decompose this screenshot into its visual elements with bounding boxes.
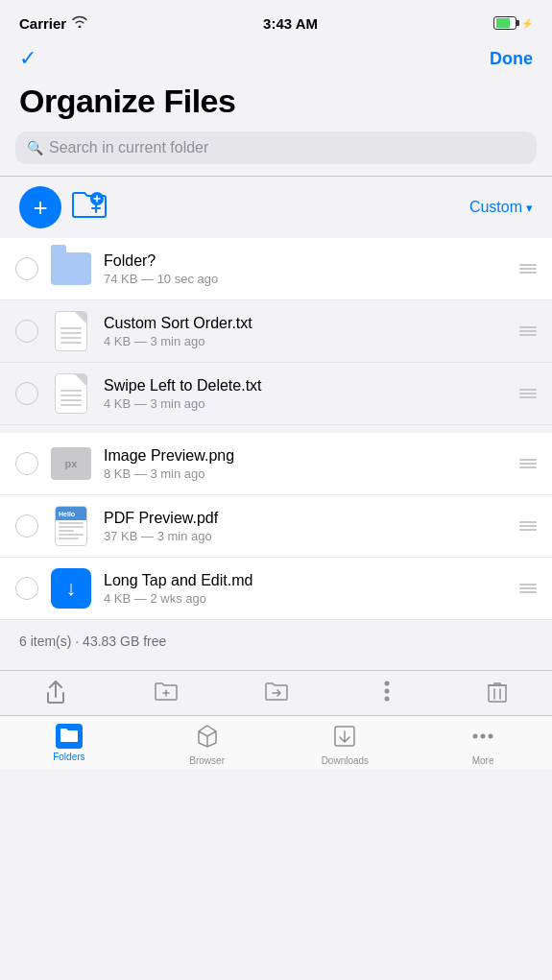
drag-handle[interactable] bbox=[519, 459, 537, 468]
document-icon bbox=[55, 311, 87, 351]
tab-folders[interactable]: Folders bbox=[0, 724, 138, 762]
done-button[interactable]: Done bbox=[490, 49, 533, 69]
file-meta-img: 8 KB — 3 min ago bbox=[104, 466, 508, 481]
file-info-folder: Folder? 74 KB — 10 sec ago bbox=[104, 252, 508, 286]
doc-icon-wrap1 bbox=[50, 310, 92, 352]
file-meta-doc1: 4 KB — 3 min ago bbox=[104, 334, 508, 348]
sort-label: Custom bbox=[469, 199, 522, 216]
file-info-pdf: PDF Preview.pdf 37 KB — 3 min ago bbox=[104, 510, 508, 543]
pdf-header-text: Hello bbox=[59, 511, 75, 517]
add-folder-icon bbox=[155, 681, 178, 705]
battery-area: ⚡ bbox=[493, 16, 533, 30]
tab-label-folders: Folders bbox=[53, 752, 84, 762]
svg-point-17 bbox=[489, 734, 493, 739]
drag-handle[interactable] bbox=[519, 389, 537, 398]
svg-point-15 bbox=[473, 734, 478, 739]
svg-point-16 bbox=[481, 734, 486, 739]
table-row[interactable]: Hello PDF Preview.pdf 37 KB — 3 min ago bbox=[0, 495, 552, 558]
file-meta-folder: 74 KB — 10 sec ago bbox=[104, 272, 508, 286]
tab-bar: Folders Browser Downloads More bbox=[0, 715, 552, 770]
search-placeholder[interactable]: Search in current folder bbox=[49, 139, 208, 156]
bottom-toolbar bbox=[0, 670, 552, 715]
table-row[interactable]: Custom Sort Order.txt 4 KB — 3 min ago bbox=[0, 300, 552, 363]
file-list: Folder? 74 KB — 10 sec ago Custom Sort O… bbox=[0, 238, 552, 425]
checkbox-pdf[interactable] bbox=[15, 514, 38, 538]
more-tab-icon bbox=[470, 724, 495, 753]
checkbox-doc1[interactable] bbox=[15, 320, 38, 343]
drag-handle[interactable] bbox=[519, 584, 537, 593]
checkbox-doc2[interactable] bbox=[15, 382, 38, 405]
table-row[interactable]: Folder? 74 KB — 10 sec ago bbox=[0, 238, 552, 300]
file-meta-md: 4 KB — 2 wks ago bbox=[104, 591, 508, 606]
svg-point-8 bbox=[384, 689, 389, 694]
drag-handle[interactable] bbox=[519, 264, 537, 274]
file-name-img: Image Preview.png bbox=[104, 447, 508, 465]
md-icon-wrap: ↓ bbox=[50, 567, 92, 610]
table-row[interactable]: Swipe Left to Delete.txt 4 KB — 3 min ag… bbox=[0, 363, 552, 425]
move-action[interactable] bbox=[221, 681, 331, 705]
checkbox-img[interactable] bbox=[15, 452, 38, 475]
file-name-pdf: PDF Preview.pdf bbox=[104, 510, 508, 527]
doc-icon-wrap2 bbox=[50, 372, 92, 415]
share-icon bbox=[45, 681, 66, 709]
folder-icon-wrap bbox=[50, 248, 92, 290]
page-header: Organize Files bbox=[0, 79, 552, 131]
file-list-section2: px Image Preview.png 8 KB — 3 min ago He… bbox=[0, 433, 552, 620]
trash-icon bbox=[488, 681, 507, 707]
tab-label-downloads: Downloads bbox=[322, 755, 369, 766]
toolbar-row: + Custom ▾ bbox=[0, 177, 552, 238]
drag-handle[interactable] bbox=[519, 326, 537, 336]
table-row[interactable]: ↓ Long Tap and Edit.md 4 KB — 2 wks ago bbox=[0, 558, 552, 620]
wifi-icon bbox=[72, 15, 87, 31]
search-bar[interactable]: 🔍 Search in current folder bbox=[15, 131, 537, 164]
nav-bar: ✓ Done bbox=[0, 42, 552, 79]
status-time: 3:43 AM bbox=[263, 15, 318, 32]
share-action[interactable] bbox=[0, 681, 110, 709]
bolt-icon: ⚡ bbox=[521, 18, 533, 29]
add-folder-action[interactable] bbox=[110, 681, 221, 705]
pdf-icon: Hello bbox=[55, 506, 87, 546]
chevron-down-icon: ▾ bbox=[526, 201, 533, 215]
svg-point-7 bbox=[384, 681, 389, 686]
file-info-doc1: Custom Sort Order.txt 4 KB — 3 min ago bbox=[104, 315, 508, 348]
checkbox-md[interactable] bbox=[15, 577, 38, 600]
pdf-icon-wrap: Hello bbox=[50, 505, 92, 547]
image-preview-icon: px bbox=[51, 447, 91, 480]
document-icon2 bbox=[55, 373, 87, 414]
svg-rect-10 bbox=[489, 685, 506, 702]
file-name-folder: Folder? bbox=[104, 252, 508, 270]
page-title: Organize Files bbox=[19, 83, 533, 120]
sort-button[interactable]: Custom ▾ bbox=[469, 199, 533, 216]
delete-action[interactable] bbox=[442, 681, 552, 707]
arrow-down-icon: ↓ bbox=[66, 576, 77, 601]
file-meta-pdf: 37 KB — 3 min ago bbox=[104, 529, 508, 543]
more-action[interactable] bbox=[331, 681, 442, 705]
file-name-md: Long Tap and Edit.md bbox=[104, 572, 508, 589]
status-bar: Carrier 3:43 AM ⚡ bbox=[0, 0, 552, 42]
drag-handle[interactable] bbox=[519, 521, 537, 531]
download-icon: ↓ bbox=[51, 568, 91, 609]
svg-point-9 bbox=[384, 697, 389, 702]
more-dots-icon bbox=[384, 681, 390, 705]
tab-browser[interactable]: Browser bbox=[138, 724, 276, 766]
tab-more[interactable]: More bbox=[414, 724, 552, 766]
add-button[interactable]: + bbox=[19, 186, 61, 228]
search-container: 🔍 Search in current folder bbox=[0, 131, 552, 176]
tab-downloads[interactable]: Downloads bbox=[276, 724, 415, 766]
checkmark-icon[interactable]: ✓ bbox=[19, 46, 36, 71]
battery-icon bbox=[493, 16, 516, 30]
footer-info: 6 item(s) · 43.83 GB free bbox=[0, 620, 552, 662]
new-folder-icon[interactable] bbox=[71, 189, 108, 227]
file-info-doc2: Swipe Left to Delete.txt 4 KB — 3 min ag… bbox=[104, 377, 508, 411]
file-meta-doc2: 4 KB — 3 min ago bbox=[104, 396, 508, 411]
section-separator bbox=[0, 425, 552, 433]
carrier-label: Carrier bbox=[19, 15, 87, 32]
plus-icon: + bbox=[33, 195, 47, 220]
file-info-img: Image Preview.png 8 KB — 3 min ago bbox=[104, 447, 508, 481]
downloads-tab-icon bbox=[332, 724, 357, 753]
folder-icon bbox=[51, 252, 91, 285]
table-row[interactable]: px Image Preview.png 8 KB — 3 min ago bbox=[0, 433, 552, 495]
checkbox-folder[interactable] bbox=[15, 257, 38, 280]
tab-label-browser: Browser bbox=[189, 755, 225, 766]
search-icon: 🔍 bbox=[27, 140, 43, 155]
